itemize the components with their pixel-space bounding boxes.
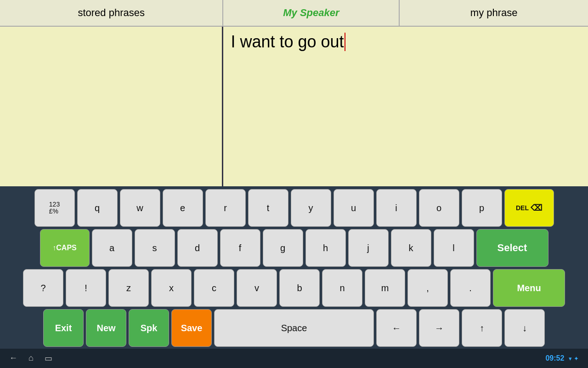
stored-phrases-panel (0, 27, 223, 186)
key-comma[interactable]: , (407, 269, 448, 307)
key-z[interactable]: z (108, 269, 149, 307)
key-arrow-left[interactable]: ← (376, 309, 417, 347)
key-exit[interactable]: Exit (43, 309, 84, 347)
header-stored: stored phrases (0, 0, 223, 26)
key-v[interactable]: v (237, 269, 277, 307)
keyboard-row-2: ↑CAPS a s d f g h j k l Select (3, 229, 585, 267)
key-r[interactable]: r (205, 189, 246, 227)
key-save[interactable]: Save (171, 309, 212, 347)
header-speaker: My Speaker (223, 0, 400, 26)
key-p[interactable]: p (462, 189, 502, 227)
text-cursor (345, 33, 345, 51)
key-f[interactable]: f (220, 229, 260, 267)
key-menu[interactable]: Menu (493, 269, 565, 307)
key-g[interactable]: g (263, 229, 303, 267)
phrase-panel[interactable]: I want to go out (223, 27, 588, 186)
key-select[interactable]: Select (476, 229, 548, 267)
key-k[interactable]: k (391, 229, 431, 267)
nav-home-icon[interactable]: ⌂ (28, 353, 34, 363)
status-time: 09:52 (545, 354, 564, 362)
header-phrase: my phrase (400, 0, 588, 26)
key-caps[interactable]: ↑CAPS (40, 229, 90, 267)
key-exclaim[interactable]: ! (66, 269, 106, 307)
key-o[interactable]: o (419, 189, 459, 227)
status-icons: ▾ ✦ (569, 355, 579, 362)
key-space[interactable]: Space (214, 309, 374, 347)
key-arrow-right[interactable]: → (419, 309, 459, 347)
key-question[interactable]: ? (23, 269, 63, 307)
keyboard-row-1: 123 £% q w e r t y u i o p DEL ⌫ (3, 189, 585, 227)
key-e[interactable]: e (163, 189, 203, 227)
keyboard-row-3: ? ! z x c v b n m , . Menu (3, 269, 585, 307)
key-arrow-down[interactable]: ↓ (504, 309, 545, 347)
key-c[interactable]: c (194, 269, 234, 307)
key-s[interactable]: s (135, 229, 175, 267)
nav-icons: ← ⌂ ▭ (9, 353, 52, 363)
key-u[interactable]: u (334, 189, 374, 227)
nav-bar: ← ⌂ ▭ 09:52 ▾ ✦ (0, 349, 588, 368)
key-y[interactable]: y (291, 189, 331, 227)
nav-back-icon[interactable]: ← (9, 353, 17, 363)
nav-status: 09:52 ▾ ✦ (545, 354, 579, 362)
key-i[interactable]: i (376, 189, 417, 227)
key-l[interactable]: l (434, 229, 474, 267)
nav-recent-icon[interactable]: ▭ (45, 353, 52, 363)
key-w[interactable]: w (120, 189, 160, 227)
keyboard: 123 £% q w e r t y u i o p DEL ⌫ ↑CAPS a… (0, 186, 588, 349)
key-new[interactable]: New (86, 309, 126, 347)
keyboard-row-bottom: Exit New Spk Save Space ← → ↑ ↓ (3, 309, 585, 347)
phrase-text: I want to go out (231, 32, 344, 51)
key-123[interactable]: 123 £% (34, 189, 75, 227)
key-j[interactable]: j (348, 229, 389, 267)
key-d[interactable]: d (177, 229, 218, 267)
key-spk[interactable]: Spk (129, 309, 169, 347)
key-arrow-up[interactable]: ↑ (462, 309, 502, 347)
key-del[interactable]: DEL ⌫ (504, 189, 554, 227)
key-h[interactable]: h (305, 229, 346, 267)
key-n[interactable]: n (322, 269, 362, 307)
key-period[interactable]: . (450, 269, 491, 307)
key-q[interactable]: q (77, 189, 118, 227)
key-x[interactable]: x (151, 269, 192, 307)
key-t[interactable]: t (248, 189, 288, 227)
key-m[interactable]: m (365, 269, 405, 307)
key-b[interactable]: b (279, 269, 320, 307)
key-a[interactable]: a (92, 229, 132, 267)
